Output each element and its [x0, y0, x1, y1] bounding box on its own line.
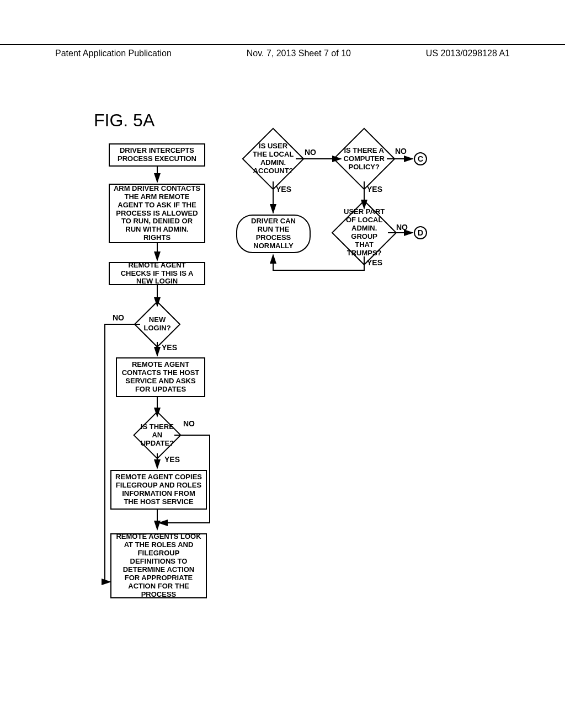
- header-right: US 2013/0298128 A1: [426, 49, 510, 58]
- label-no-policy: NO: [395, 147, 407, 156]
- header-left: Patent Application Publication: [55, 49, 172, 58]
- connector-d: D: [414, 226, 427, 239]
- box-remote-agent-checks: REMOTE AGENT CHECKS IF THIS IS A NEW LOG…: [109, 262, 205, 285]
- diamond-computer-policy: IS THERE A COMPUTER POLICY?: [333, 127, 395, 190]
- figure-label: FIG. 5A: [94, 110, 154, 131]
- diamond-is-update: IS THERE AN UPDATE?: [133, 411, 182, 459]
- diamond-user-part-local-admin-group: USER PART OF LOCAL ADMIN. GROUP THAT TRU…: [332, 200, 397, 266]
- label-no-localadmin: NO: [305, 148, 316, 157]
- label-no-update: NO: [183, 419, 195, 428]
- rounded-driver-run-normally: DRIVER CAN RUN THE PROCESS NORMALLY: [236, 215, 311, 253]
- label-yes-update: YES: [164, 455, 180, 464]
- box-arm-driver-contacts: ARM DRIVER CONTACTS THE ARM REMOTE AGENT…: [109, 184, 205, 243]
- diamond-new-login: NEW LOGIN?: [134, 301, 181, 348]
- box-remote-agents-look: REMOTE AGENTS LOOK AT THE ROLES AND FILE…: [110, 533, 207, 598]
- label-no-group: NO: [396, 223, 408, 232]
- connector-c: C: [414, 152, 427, 165]
- label-no-newlogin: NO: [113, 313, 124, 322]
- box-remote-agent-copies: REMOTE AGENT COPIES FILEGROUP AND ROLES …: [110, 470, 207, 510]
- diamond-is-user-local-admin: IS USER THE LOCAL ADMIN. ACCOUNT?: [242, 127, 304, 190]
- page-header: Patent Application Publication Nov. 7, 2…: [0, 44, 565, 58]
- label-yes-newlogin: YES: [162, 343, 177, 352]
- label-yes-group: YES: [367, 258, 382, 267]
- label-yes-policy: YES: [367, 185, 382, 194]
- flow-arrows: [0, 0, 565, 728]
- box-driver-intercepts: DRIVER INTERCEPTS PROCESS EXECUTION: [109, 143, 205, 167]
- label-yes-localadmin: YES: [276, 185, 291, 194]
- header-center: Nov. 7, 2013 Sheet 7 of 10: [247, 49, 351, 58]
- box-remote-agent-contacts-host: REMOTE AGENT CONTACTS THE HOST SERVICE A…: [116, 357, 205, 397]
